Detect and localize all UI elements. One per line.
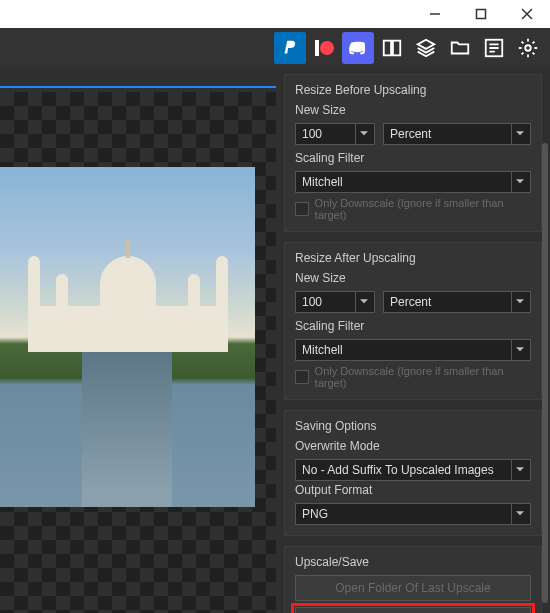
window-titlebar [0, 0, 550, 28]
overwrite-mode-select[interactable]: No - Add Suffix To Upscaled Images [295, 459, 531, 481]
group-title: Resize Before Upscaling [295, 83, 531, 97]
preview-pane [0, 68, 276, 613]
new-size-label: New Size [295, 271, 531, 285]
svg-rect-5 [393, 41, 400, 56]
filter-label: Scaling Filter [295, 319, 531, 333]
checkbox-icon[interactable] [295, 370, 309, 384]
checkbox-icon[interactable] [295, 202, 309, 216]
only-downscale-label: Only Downscale (Ignore if smaller than t… [315, 197, 531, 221]
only-downscale-label: Only Downscale (Ignore if smaller than t… [315, 365, 531, 389]
layers-icon[interactable] [410, 32, 442, 64]
svg-rect-1 [477, 10, 486, 19]
group-resize-before: Resize Before Upscaling New Size 100 Per… [284, 74, 542, 232]
new-size-input[interactable]: 100 [295, 291, 375, 313]
settings-icon[interactable] [512, 32, 544, 64]
paypal-icon[interactable] [274, 32, 306, 64]
scaling-filter-select[interactable]: Mitchell [295, 171, 531, 193]
discord-icon[interactable] [342, 32, 374, 64]
filter-label: Scaling Filter [295, 151, 531, 165]
save-merged-preview-button[interactable]: Save Current Merged Preview [295, 607, 531, 613]
group-resize-after: Resize After Upscaling New Size 100 Perc… [284, 242, 542, 400]
overwrite-label: Overwrite Mode [295, 439, 531, 453]
svg-rect-4 [384, 41, 391, 56]
checklist-icon[interactable] [478, 32, 510, 64]
image-compare-icon[interactable] [376, 32, 408, 64]
new-size-unit-select[interactable]: Percent [383, 123, 531, 145]
side-panel: Resize Before Upscaling New Size 100 Per… [276, 68, 550, 613]
group-title: Upscale/Save [295, 555, 531, 569]
preview-canvas[interactable] [0, 92, 276, 613]
only-downscale-row[interactable]: Only Downscale (Ignore if smaller than t… [295, 197, 531, 221]
only-downscale-row[interactable]: Only Downscale (Ignore if smaller than t… [295, 365, 531, 389]
patreon-icon[interactable] [308, 32, 340, 64]
open-folder-button[interactable]: Open Folder Of Last Upscale [295, 575, 531, 601]
top-toolbar [0, 28, 550, 68]
preview-divider [0, 86, 276, 88]
format-label: Output Format [295, 483, 531, 497]
output-format-select[interactable]: PNG [295, 503, 531, 525]
folder-icon[interactable] [444, 32, 476, 64]
new-size-unit-select[interactable]: Percent [383, 291, 531, 313]
group-upscale-save: Upscale/Save Open Folder Of Last Upscale… [284, 546, 542, 613]
svg-point-7 [525, 45, 531, 51]
vertical-scrollbar[interactable] [542, 143, 548, 603]
minimize-button[interactable] [412, 0, 458, 28]
scaling-filter-select[interactable]: Mitchell [295, 339, 531, 361]
new-size-input[interactable]: 100 [295, 123, 375, 145]
new-size-label: New Size [295, 103, 531, 117]
close-button[interactable] [504, 0, 550, 28]
preview-image [0, 167, 255, 507]
group-title: Saving Options [295, 419, 531, 433]
maximize-button[interactable] [458, 0, 504, 28]
group-title: Resize After Upscaling [295, 251, 531, 265]
group-saving-options: Saving Options Overwrite Mode No - Add S… [284, 410, 542, 536]
